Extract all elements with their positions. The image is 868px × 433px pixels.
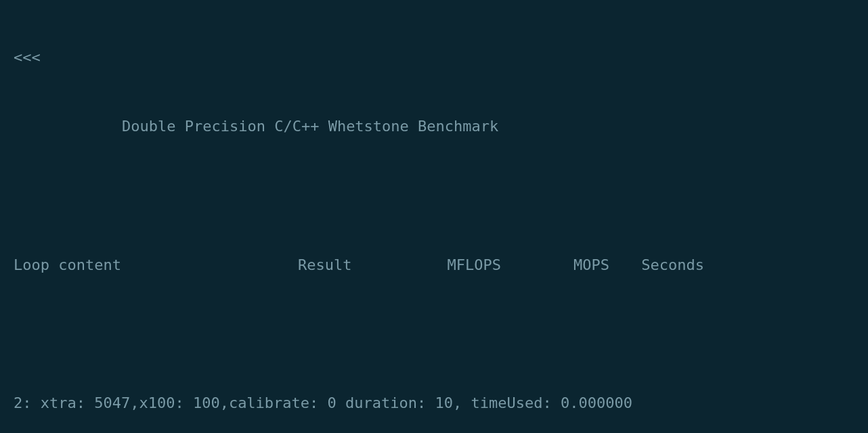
header-seconds: Seconds	[609, 254, 704, 277]
blank-row	[14, 185, 854, 208]
terminal-output: <<< Double Precision C/C++ Whetstone Ben…	[0, 0, 868, 433]
prompt-line: <<<	[14, 46, 854, 69]
calibration-info: 2: xtra: 5047,x100: 100,calibrate: 0 dur…	[14, 392, 854, 415]
header-mflops: MFLOPS	[393, 254, 501, 277]
header-loop: Loop content	[14, 254, 162, 277]
header-result: Result	[162, 254, 393, 277]
header-mops: MOPS	[501, 254, 609, 277]
prompt-chars: <<<	[14, 49, 41, 66]
benchmark-title: Double Precision C/C++ Whetstone Benchma…	[14, 115, 854, 138]
table-header-row: Loop contentResultMFLOPSMOPSSeconds	[14, 254, 854, 277]
blank-row	[14, 323, 854, 346]
